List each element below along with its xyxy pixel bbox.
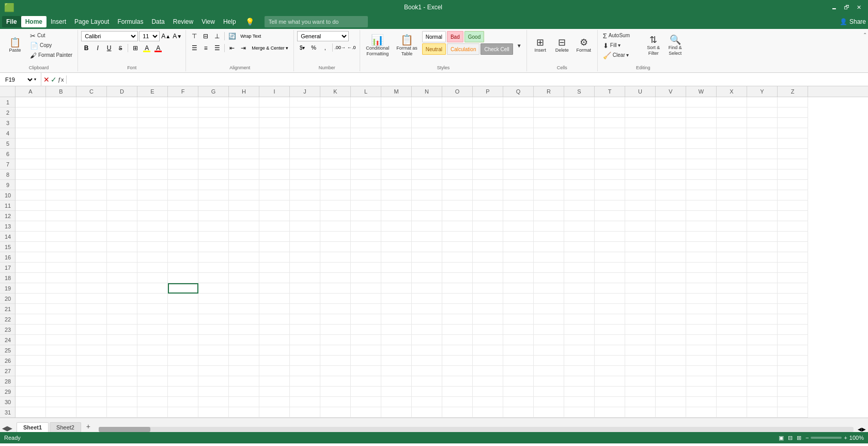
cell-L29[interactable] [351,387,381,397]
cell-Q18[interactable] [503,273,534,283]
cell-N20[interactable] [412,294,442,304]
cell-N31[interactable] [412,407,442,418]
cell-W29[interactable] [686,387,717,397]
cell-J5[interactable] [290,139,320,149]
cell-B21[interactable] [46,304,76,314]
cell-C15[interactable] [76,242,107,252]
increase-decimal-button[interactable]: .00→ [335,42,345,53]
cell-E22[interactable] [137,314,168,325]
cell-M25[interactable] [381,345,412,356]
menu-formulas[interactable]: Formulas [113,16,147,27]
cell-W24[interactable] [686,335,717,345]
cell-Z30[interactable] [778,397,808,407]
cell-N21[interactable] [412,304,442,314]
cell-I27[interactable] [259,366,290,376]
cell-Q10[interactable] [503,190,534,201]
cell-Q12[interactable] [503,211,534,221]
style-check-cell-button[interactable]: Check Cell [481,43,513,55]
cell-C19[interactable] [76,283,107,294]
cell-E17[interactable] [137,263,168,273]
cell-N24[interactable] [412,335,442,345]
cell-Z26[interactable] [778,356,808,366]
cell-X8[interactable] [717,170,747,180]
cell-Y20[interactable] [747,294,778,304]
copy-button[interactable]: 📄 Copy [28,41,74,50]
cell-M20[interactable] [381,294,412,304]
cell-Q19[interactable] [503,283,534,294]
cell-U24[interactable] [625,335,656,345]
cell-G29[interactable] [198,387,229,397]
cell-T7[interactable] [595,159,625,170]
cell-J17[interactable] [290,263,320,273]
cell-N29[interactable] [412,387,442,397]
cell-A1[interactable] [16,97,46,107]
orientation-button[interactable]: 🔄 [227,31,237,41]
row-header-14[interactable]: 14 [0,232,16,242]
cell-C23[interactable] [76,325,107,335]
col-header-O[interactable]: O [442,86,473,97]
cell-G15[interactable] [198,242,229,252]
cell-S19[interactable] [564,283,595,294]
cell-Y1[interactable] [747,97,778,107]
cell-B20[interactable] [46,294,76,304]
cell-G31[interactable] [198,407,229,418]
col-header-B[interactable]: B [46,86,76,97]
row-header-9[interactable]: 9 [0,180,16,190]
cell-Q30[interactable] [503,397,534,407]
cell-Q31[interactable] [503,407,534,418]
cell-R11[interactable] [534,201,564,211]
cell-Y18[interactable] [747,273,778,283]
cell-F15[interactable] [168,242,198,252]
col-header-H[interactable]: H [229,86,259,97]
cell-B13[interactable] [46,221,76,232]
cell-C14[interactable] [76,232,107,242]
cell-A30[interactable] [16,397,46,407]
cell-X17[interactable] [717,263,747,273]
cell-M24[interactable] [381,335,412,345]
cell-H3[interactable] [229,118,259,128]
cell-R17[interactable] [534,263,564,273]
sheet-tab-sheet2[interactable]: Sheet2 [50,422,81,432]
cell-L24[interactable] [351,335,381,345]
row-header-3[interactable]: 3 [0,118,16,128]
cell-S5[interactable] [564,139,595,149]
cell-J20[interactable] [290,294,320,304]
cell-Q5[interactable] [503,139,534,149]
cell-O13[interactable] [442,221,473,232]
cell-W28[interactable] [686,376,717,387]
cell-K21[interactable] [320,304,351,314]
menu-home[interactable]: Home [21,16,47,27]
cell-R25[interactable] [534,345,564,356]
cell-Z11[interactable] [778,201,808,211]
cell-A16[interactable] [16,252,46,263]
cell-C2[interactable] [76,107,107,118]
cell-O1[interactable] [442,97,473,107]
cell-C31[interactable] [76,407,107,418]
cell-W3[interactable] [686,118,717,128]
cell-Q8[interactable] [503,170,534,180]
cell-Z18[interactable] [778,273,808,283]
cell-C27[interactable] [76,366,107,376]
cell-A10[interactable] [16,190,46,201]
cell-A5[interactable] [16,139,46,149]
cell-L11[interactable] [351,201,381,211]
menu-help[interactable]: Help [219,16,240,27]
cell-Q23[interactable] [503,325,534,335]
cell-P19[interactable] [473,283,503,294]
cell-F19[interactable] [168,283,198,294]
cell-U10[interactable] [625,190,656,201]
cell-E31[interactable] [137,407,168,418]
cell-N11[interactable] [412,201,442,211]
cell-S16[interactable] [564,252,595,263]
style-calculation-button[interactable]: Calculation [447,43,479,55]
cell-P11[interactable] [473,201,503,211]
cell-T24[interactable] [595,335,625,345]
cell-D18[interactable] [107,273,137,283]
cell-O30[interactable] [442,397,473,407]
cell-F23[interactable] [168,325,198,335]
cell-Y10[interactable] [747,190,778,201]
cell-N19[interactable] [412,283,442,294]
cell-V8[interactable] [656,170,686,180]
cell-N1[interactable] [412,97,442,107]
cell-S23[interactable] [564,325,595,335]
